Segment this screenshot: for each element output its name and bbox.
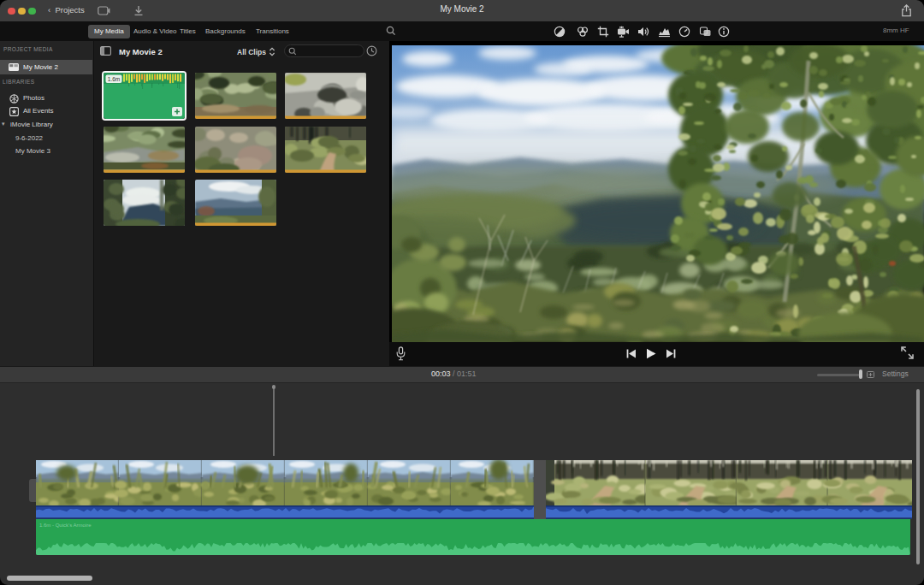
svg-text:1.6m: 1.6m: [107, 76, 119, 82]
